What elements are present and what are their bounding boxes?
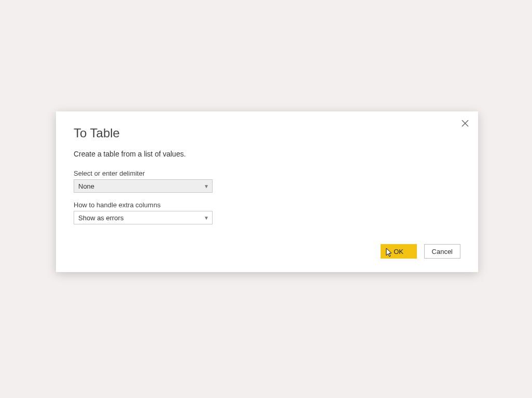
extra-columns-dropdown[interactable]: Show as errors ▼ [74,211,213,224]
close-icon [461,119,469,127]
cancel-button[interactable]: Cancel [424,244,460,259]
close-button[interactable] [459,118,471,129]
delimiter-label: Select or enter delimiter [74,169,460,177]
to-table-dialog: To Table Create a table from a list of v… [56,111,478,272]
delimiter-dropdown[interactable]: None ▼ [74,179,213,193]
extra-columns-value: Show as errors [78,214,123,222]
ok-button[interactable]: OK [381,244,417,259]
button-row: OK Cancel [74,244,460,259]
chevron-down-icon: ▼ [204,183,209,189]
chevron-down-icon: ▼ [204,215,209,221]
extra-columns-label: How to handle extra columns [74,201,460,209]
delimiter-value: None [78,182,94,190]
dialog-subtitle: Create a table from a list of values. [74,150,460,158]
dialog-title: To Table [74,126,460,140]
